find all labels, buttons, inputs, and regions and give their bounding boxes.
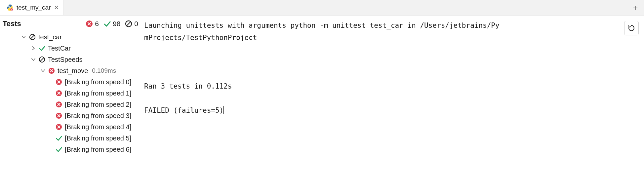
- stat-ignored-count: 0: [134, 20, 138, 28]
- pass-icon: [56, 146, 62, 153]
- ignore-icon: [39, 56, 45, 63]
- tree-node-testcar[interactable]: TestCar: [0, 43, 141, 54]
- stat-passed-count: 98: [113, 20, 120, 28]
- tree-node-label: [Braking from speed 6]: [65, 144, 131, 155]
- tree-node-label: [Braking from speed 1]: [65, 88, 131, 99]
- tests-panel: Tests 6 98 0: [0, 16, 141, 195]
- chevron-down-icon[interactable]: [31, 57, 36, 62]
- fail-icon: [86, 20, 93, 27]
- test-duration: 0.109ms: [92, 65, 116, 76]
- tree-node-test-move[interactable]: test_move 0.109ms: [0, 65, 141, 76]
- chevron-right-icon[interactable]: [31, 46, 36, 51]
- pass-icon: [39, 45, 45, 52]
- chevron-down-icon[interactable]: [40, 68, 46, 73]
- console-line: mProjects/TestPythonProject: [144, 34, 257, 42]
- tree-node-label: [Braking from speed 5]: [65, 133, 131, 144]
- tests-tree: test_car TestCar TestSpeeds test: [0, 31, 141, 155]
- console-line: Ran 3 tests in 0.112s: [144, 82, 232, 90]
- fail-icon: [56, 124, 62, 130]
- tree-node-subtest[interactable]: [Braking from speed 1]: [0, 88, 141, 99]
- fail-icon: [56, 112, 62, 119]
- ignore-icon: [29, 34, 36, 40]
- tree-node-subtest[interactable]: [Braking from speed 4]: [0, 121, 141, 133]
- tests-stats: 6 98 0: [86, 20, 138, 28]
- tree-node-subtest[interactable]: [Braking from speed 6]: [0, 144, 141, 155]
- chevron-down-icon[interactable]: [21, 34, 26, 40]
- python-file-error-icon: [7, 4, 13, 11]
- fail-icon: [56, 90, 62, 97]
- console-panel: Launching unittests with arguments pytho…: [141, 16, 644, 195]
- pass-icon: [103, 20, 111, 27]
- tree-node-label: TestSpeeds: [48, 54, 83, 65]
- tree-node-label: [Braking from speed 3]: [65, 110, 131, 122]
- tree-node-subtest[interactable]: [Braking from speed 0]: [0, 76, 141, 88]
- close-icon[interactable]: ✕: [54, 5, 59, 11]
- tree-node-label: test_car: [38, 31, 62, 43]
- tree-node-subtest[interactable]: [Braking from speed 2]: [0, 99, 141, 110]
- fail-icon: [56, 79, 62, 85]
- stat-passed[interactable]: 98: [103, 20, 120, 28]
- console-line: Launching unittests with arguments pytho…: [144, 21, 500, 29]
- tree-node-test-car[interactable]: test_car: [0, 31, 141, 43]
- console-line: FAILED (failures=5): [144, 106, 223, 114]
- tests-header: Tests 6 98 0: [0, 20, 141, 31]
- tree-node-label: TestCar: [48, 43, 71, 54]
- tree-node-label: [Braking from speed 0]: [65, 76, 131, 88]
- tests-title: Tests: [3, 20, 21, 28]
- pass-icon: [56, 135, 62, 141]
- tree-node-label: [Braking from speed 2]: [65, 99, 131, 110]
- tree-node-label: [Braking from speed 4]: [65, 121, 131, 133]
- text-caret: [223, 106, 224, 114]
- tab-strip: test_my_car ✕ ＋: [0, 0, 644, 16]
- fail-icon: [48, 67, 55, 74]
- tab-test-my-car[interactable]: test_my_car ✕: [0, 0, 64, 15]
- tab-label: test_my_car: [17, 4, 51, 11]
- tree-node-subtest[interactable]: [Braking from speed 5]: [0, 133, 141, 144]
- stat-ignored[interactable]: 0: [125, 20, 138, 28]
- add-tab-button[interactable]: ＋: [631, 4, 639, 12]
- tree-node-label: test_move: [58, 65, 88, 77]
- ignore-icon: [125, 20, 132, 27]
- tree-node-subtest[interactable]: [Braking from speed 3]: [0, 110, 141, 121]
- stat-failed-count: 6: [95, 20, 99, 28]
- stat-failed[interactable]: 6: [86, 20, 99, 28]
- fail-icon: [56, 101, 62, 108]
- tree-node-testspeeds[interactable]: TestSpeeds: [0, 54, 141, 65]
- console-output[interactable]: Launching unittests with arguments pytho…: [144, 20, 637, 117]
- rerun-button[interactable]: [624, 21, 639, 35]
